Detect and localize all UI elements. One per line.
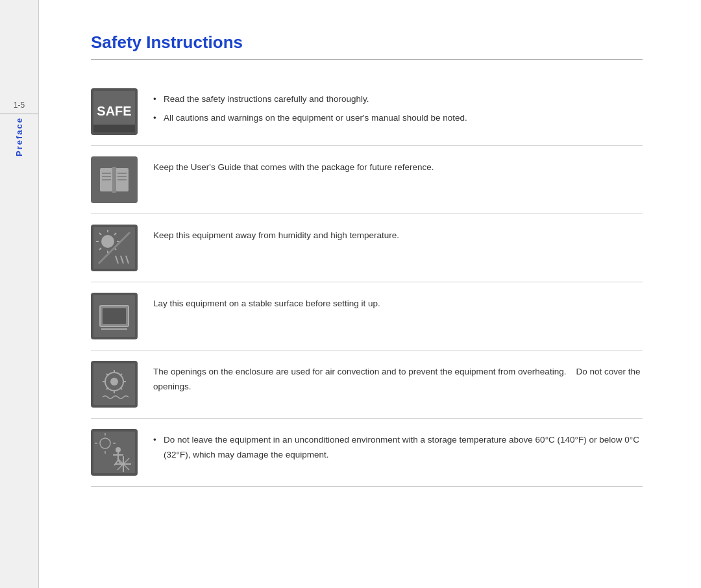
instruction-item-1: SAFE Read the safety instructions carefu… bbox=[91, 78, 643, 146]
safe-icon: SAFE bbox=[91, 88, 138, 135]
fan-icon bbox=[91, 361, 138, 408]
svg-point-33 bbox=[110, 378, 118, 386]
svg-rect-6 bbox=[112, 167, 116, 193]
left-sidebar: 1-5 Preface bbox=[0, 0, 39, 588]
svg-text:SAFE: SAFE bbox=[97, 104, 131, 118]
monitor-icon bbox=[91, 293, 138, 339]
instruction-text-1: Read the safety instructions carefully a… bbox=[153, 88, 643, 130]
right-space bbox=[682, 0, 701, 588]
instruction-item-3: Keep this equipment away from humidity a… bbox=[91, 214, 643, 282]
sidebar-divider bbox=[0, 114, 38, 114]
instruction-text-6: Do not leave the equipment in an uncondi… bbox=[153, 429, 643, 467]
svg-point-52 bbox=[116, 447, 121, 452]
book-icon bbox=[91, 156, 138, 203]
instruction-item-6: Do not leave the equipment in an uncondi… bbox=[91, 419, 643, 487]
svg-rect-29 bbox=[103, 308, 126, 324]
instruction-paragraph: Keep this equipment away from humidity a… bbox=[153, 230, 399, 240]
instruction-text-2: Keep the User's Guide that comes with th… bbox=[153, 156, 643, 175]
list-item: Do not leave the equipment in an uncondi… bbox=[153, 433, 643, 463]
page-title: Safety Instructions bbox=[91, 32, 643, 53]
instruction-item-4: Lay this equipment on a stable surface b… bbox=[91, 282, 643, 350]
svg-rect-1 bbox=[93, 125, 135, 132]
instruction-item-5: The openings on the enclosure are used f… bbox=[91, 350, 643, 419]
main-content: Safety Instructions SAFE Read the safety… bbox=[39, 0, 682, 588]
svg-point-14 bbox=[101, 235, 114, 248]
instruction-paragraph: The openings on the enclosure are used f… bbox=[153, 367, 640, 391]
instruction-text-3: Keep this equipment away from humidity a… bbox=[153, 225, 643, 243]
instruction-text-5: The openings on the enclosure are used f… bbox=[153, 361, 643, 395]
instruction-paragraph: Keep the User's Guide that comes with th… bbox=[153, 162, 434, 172]
list-item: All cautions and warnings on the equipme… bbox=[153, 111, 643, 126]
svg-rect-42 bbox=[93, 432, 135, 473]
humidity-icon bbox=[91, 225, 138, 271]
page-number: 1-5 bbox=[14, 101, 25, 110]
instruction-paragraph: Lay this equipment on a stable surface b… bbox=[153, 299, 380, 308]
instruction-text-4: Lay this equipment on a stable surface b… bbox=[153, 293, 643, 312]
title-underline bbox=[91, 59, 643, 60]
sidebar-label: Preface bbox=[14, 117, 24, 156]
list-item: Read the safety instructions carefully a… bbox=[153, 92, 643, 107]
temperature-icon bbox=[91, 429, 138, 476]
instruction-item-2: Keep the User's Guide that comes with th… bbox=[91, 146, 643, 214]
